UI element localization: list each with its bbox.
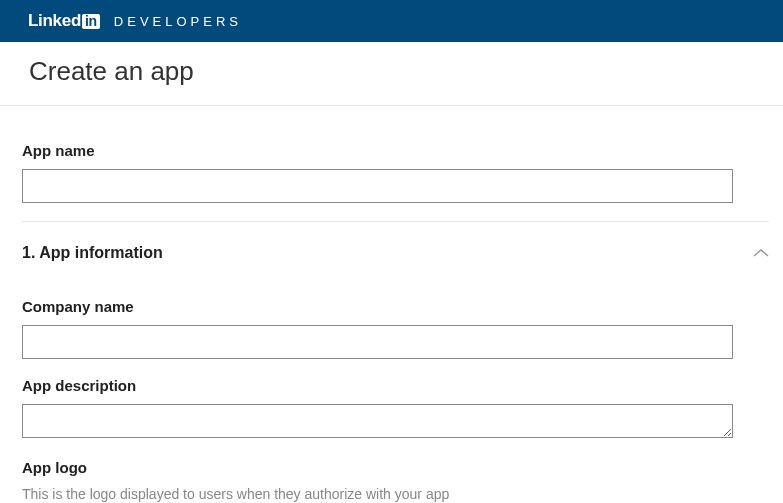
field-app-name: App name (22, 142, 761, 203)
form-content: App name 1. App information Company name… (0, 106, 783, 503)
company-name-input[interactable] (22, 325, 733, 359)
chevron-up-icon (753, 245, 769, 261)
app-name-label: App name (22, 142, 761, 159)
section-header[interactable]: 1. App information (22, 244, 769, 262)
divider (22, 221, 769, 222)
app-name-input[interactable] (22, 169, 733, 203)
app-logo-help: This is the logo displayed to users when… (22, 486, 761, 502)
developers-label: DEVELOPERS (114, 14, 242, 29)
app-description-input[interactable] (22, 404, 733, 438)
page-header: Create an app (0, 42, 783, 106)
top-nav: Linkedin DEVELOPERS (0, 0, 783, 42)
field-app-description: App description (22, 377, 761, 441)
field-company-name: Company name (22, 298, 761, 359)
linkedin-logo: Linkedin (28, 11, 100, 31)
brand[interactable]: Linkedin DEVELOPERS (28, 11, 242, 31)
in-box: in (82, 14, 100, 29)
app-description-label: App description (22, 377, 761, 394)
linked-text: Linked (28, 11, 81, 31)
page-title: Create an app (29, 56, 783, 87)
company-name-label: Company name (22, 298, 761, 315)
section-title: 1. App information (22, 244, 163, 262)
field-app-logo: App logo This is the logo displayed to u… (22, 459, 761, 503)
app-logo-label: App logo (22, 459, 761, 476)
